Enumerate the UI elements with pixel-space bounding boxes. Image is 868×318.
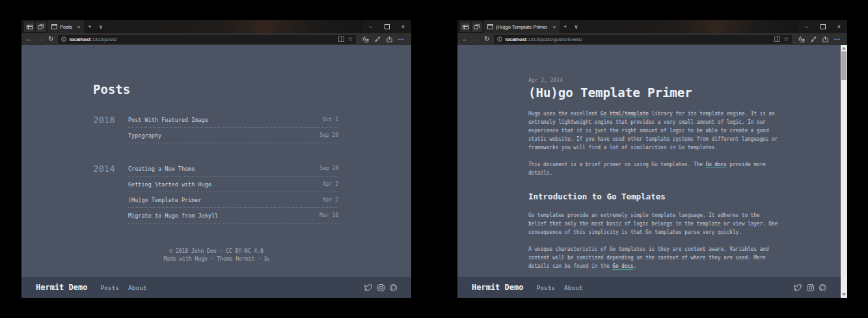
- post-title-link[interactable]: Creating a New Theme: [128, 166, 195, 172]
- set-tabs-aside-icon: [463, 24, 468, 30]
- post-title-link[interactable]: (Hu)go Template Primer: [128, 197, 202, 203]
- tab-close-button[interactable]: ×: [550, 24, 556, 30]
- nav-link-posts[interactable]: Posts: [536, 284, 555, 291]
- scrollbar-up-button[interactable]: [841, 45, 847, 51]
- go-docs-link[interactable]: Go docs: [612, 263, 633, 269]
- site-footer: © 2018 John Doe · CC BY-NC 4.0 Made with…: [21, 248, 411, 263]
- window-close-button[interactable]: ×: [395, 20, 411, 33]
- site-nav-bar: Hermit Demo Posts About: [457, 277, 841, 298]
- web-notes-pen-icon[interactable]: [375, 36, 381, 42]
- post-title-link[interactable]: Migrate to Hugo from Jekyll: [128, 212, 218, 219]
- minimize-button[interactable]: –: [362, 20, 379, 33]
- tab-close-button[interactable]: ×: [75, 24, 81, 30]
- add-favorite-star-button[interactable]: ☆: [347, 36, 353, 42]
- tab-list-dropdown-button[interactable]: ∨: [571, 20, 582, 33]
- refresh-button[interactable]: ↻: [48, 36, 53, 42]
- set-tabs-aside-button[interactable]: [24, 22, 34, 32]
- post-list-item[interactable]: Getting Started with Hugo Apr 2: [128, 177, 338, 192]
- article-paragraph: This document is a brief primer on using…: [528, 160, 780, 177]
- page-content-posts: Posts 2018 Post With Featured Image Oct …: [21, 45, 411, 277]
- page-scrollbar[interactable]: [841, 45, 847, 298]
- scrollbar-thumb[interactable]: [841, 51, 847, 80]
- address-bar[interactable]: localhost:1313/posts/goisforlovers/ ☆: [494, 35, 792, 44]
- madewith-line: Made with Hugo · Theme Hermit ·: [21, 255, 411, 263]
- tab-title: (Hu)go Template Primer: [496, 24, 547, 30]
- back-button[interactable]: ←: [26, 36, 33, 42]
- set-tabs-aside-button[interactable]: [460, 22, 470, 32]
- go-html-template-link[interactable]: Go html/template: [601, 111, 649, 117]
- site-brand-link[interactable]: Hermit Demo: [472, 283, 523, 292]
- chevron-up-icon: [842, 47, 846, 50]
- favorites-hub-icon[interactable]: [362, 36, 369, 42]
- site-nav-bar: Hermit Demo Posts About: [21, 277, 411, 298]
- maximize-button[interactable]: [815, 20, 831, 33]
- forward-button[interactable]: →: [473, 36, 480, 42]
- post-list-item[interactable]: Creating a New Theme Sep 28: [128, 161, 338, 177]
- favorites-hub-icon[interactable]: [798, 36, 805, 42]
- scrollbar-down-button[interactable]: [841, 291, 847, 298]
- tab-list-dropdown-button[interactable]: ∨: [95, 20, 106, 33]
- add-favorite-star-button[interactable]: ☆: [783, 36, 789, 42]
- article-title: (Hu)go Template Primer: [528, 85, 780, 100]
- more-options-button[interactable]: •••: [398, 37, 405, 41]
- address-bar[interactable]: localhost:1313/posts/ ☆: [58, 35, 356, 44]
- nav-link-about[interactable]: About: [128, 284, 147, 291]
- refresh-button[interactable]: ↻: [484, 36, 489, 42]
- url-text: localhost:1313/posts/: [69, 36, 336, 42]
- minimize-button[interactable]: –: [798, 20, 815, 33]
- copyright-line: © 2018 John Doe · CC BY-NC 4.0: [21, 248, 411, 255]
- share-icon[interactable]: [822, 36, 828, 42]
- post-title-link[interactable]: Post With Featured Image: [128, 117, 208, 123]
- browser-tab[interactable]: Posts ×: [47, 20, 84, 33]
- post-date: Oct 1: [323, 117, 338, 123]
- new-tab-button[interactable]: +: [84, 20, 95, 33]
- url-host: localhost: [69, 36, 90, 42]
- post-list-item[interactable]: Migrate to Hugo from Jekyll Mar 10: [128, 208, 338, 224]
- article-paragraph: Hugo uses the excellent Go html/template…: [528, 109, 780, 152]
- post-year-group: 2014 Creating a New Theme Sep 28 Getting…: [93, 161, 338, 224]
- navigation-bar: ← → ↻ localhost:1313/posts/goisforlovers…: [457, 33, 847, 45]
- github-icon[interactable]: [819, 284, 826, 291]
- new-tab-button[interactable]: +: [560, 20, 571, 33]
- nav-link-about[interactable]: About: [564, 284, 583, 291]
- reading-view-icon[interactable]: [338, 36, 344, 42]
- web-notes-pen-icon[interactable]: [811, 36, 817, 42]
- post-list-item[interactable]: (Hu)go Template Primer Apr 2: [128, 192, 338, 208]
- tab-title: Posts: [60, 24, 72, 30]
- rss-icon[interactable]: [264, 256, 269, 261]
- year-label: 2018: [93, 112, 128, 143]
- browser-window-posts: Posts × + ∨ – × ← → ↻ localhost:1313/pos…: [21, 20, 411, 298]
- back-button[interactable]: ←: [462, 36, 468, 42]
- tabs-set-aside-button[interactable]: [472, 22, 482, 32]
- nav-link-posts[interactable]: Posts: [100, 284, 119, 291]
- twitter-icon[interactable]: [794, 284, 802, 291]
- post-list-item[interactable]: Post With Featured Image Oct 1: [128, 112, 338, 128]
- instagram-icon[interactable]: [807, 284, 814, 291]
- more-options-button[interactable]: •••: [834, 37, 841, 41]
- instagram-icon[interactable]: [377, 284, 385, 291]
- post-title-link[interactable]: Typography: [128, 132, 161, 139]
- url-host: localhost: [505, 36, 526, 42]
- reading-view-icon[interactable]: [774, 36, 780, 42]
- tabs-set-aside-button[interactable]: [36, 22, 46, 32]
- tab-favicon: [51, 24, 57, 29]
- scrollbar-track[interactable]: [841, 51, 847, 291]
- window-close-button[interactable]: ×: [831, 20, 847, 33]
- site-info-button[interactable]: [61, 36, 66, 42]
- forward-button[interactable]: →: [37, 36, 44, 42]
- twitter-icon[interactable]: [364, 284, 372, 291]
- post-list-item[interactable]: Typography Sep 29: [128, 128, 338, 143]
- site-brand-link[interactable]: Hermit Demo: [36, 283, 87, 292]
- browser-window-article: (Hu)go Template Primer × + ∨ – × ← → ↻ l…: [457, 20, 847, 298]
- post-title-link[interactable]: Getting Started with Hugo: [128, 181, 211, 188]
- site-info-button[interactable]: [497, 36, 502, 42]
- post-date: Apr 2: [323, 181, 338, 187]
- go-docs-link[interactable]: Go docs: [705, 162, 726, 167]
- post-date: Apr 2: [323, 197, 338, 203]
- share-icon[interactable]: [387, 36, 392, 42]
- maximize-button[interactable]: [379, 20, 395, 33]
- section-heading-introduction: Introduction to Go Templates: [528, 192, 780, 201]
- browser-tab[interactable]: (Hu)go Template Primer ×: [483, 20, 560, 33]
- github-icon[interactable]: [390, 284, 397, 291]
- article-paragraph: A unique characteristic of Go templates …: [528, 245, 780, 270]
